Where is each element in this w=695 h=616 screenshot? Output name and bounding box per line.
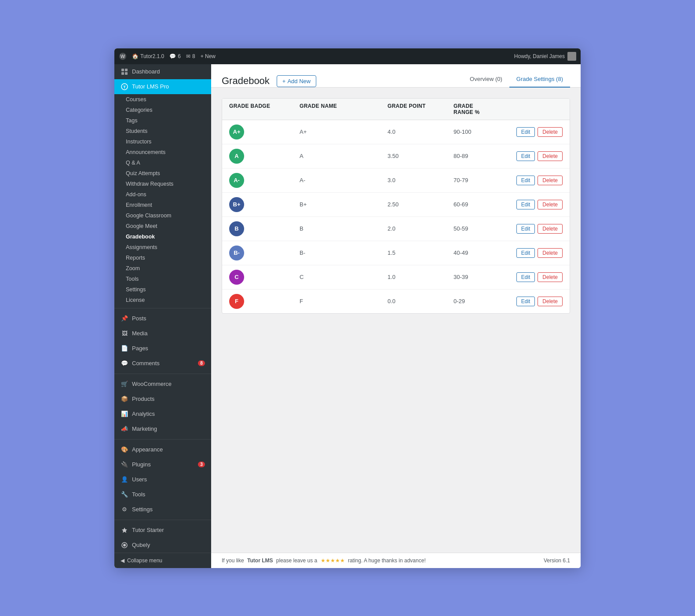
sidebar-item-media[interactable]: 🖼 Media: [114, 326, 211, 341]
sidebar-sub-license[interactable]: License: [114, 295, 211, 305]
marketing-icon: 📣: [121, 425, 128, 433]
new-content-button[interactable]: + New: [201, 53, 216, 59]
sidebar-item-tutor-lms-pro[interactable]: T Tutor LMS Pro: [114, 79, 211, 94]
edit-button-3[interactable]: Edit: [516, 200, 535, 209]
sidebar-item-products[interactable]: 📦 Products: [114, 392, 211, 407]
sidebar-item-woocommerce[interactable]: 🛒 WooCommerce: [114, 377, 211, 392]
content-tabs: Overview (0) Grade Settings (8): [463, 71, 570, 87]
sidebar-item-marketing[interactable]: 📣 Marketing: [114, 422, 211, 436]
sidebar: Dashboard T Tutor LMS Pro Courses Catego…: [114, 64, 211, 568]
cell-range-3: 60-69: [454, 201, 492, 208]
sidebar-sub-settings[interactable]: Settings: [114, 284, 211, 295]
brand-text: Tutor LMS: [247, 557, 273, 564]
delete-button-6[interactable]: Delete: [538, 272, 563, 282]
sidebar-item-plugins[interactable]: 🔌 Plugins 3: [114, 457, 211, 472]
sidebar-sub-quiz-attempts[interactable]: Quiz Attempts: [114, 168, 211, 179]
messages-link[interactable]: ✉ 8: [186, 53, 195, 59]
table-row: C C 1.0 30-39 Edit Delete: [222, 265, 570, 290]
col-header-name: Grade Name: [300, 103, 388, 115]
svg-rect-3: [125, 69, 128, 71]
sidebar-sub-students[interactable]: Students: [114, 126, 211, 136]
row-actions-5: Edit Delete: [492, 248, 563, 258]
tab-grade-settings[interactable]: Grade Settings (8): [509, 71, 570, 88]
cell-badge-2: A-: [229, 173, 300, 188]
settings-icon: ⚙: [121, 506, 128, 513]
sidebar-item-tutor-starter[interactable]: Tutor Starter: [114, 523, 211, 538]
divider-2: [114, 374, 211, 374]
cell-badge-1: A: [229, 149, 300, 164]
table-row: B B 2.0 50-59 Edit Delete: [222, 217, 570, 241]
sidebar-item-tools[interactable]: 🔧 Tools: [114, 487, 211, 502]
sidebar-sub-google-meet[interactable]: Google Meet: [114, 221, 211, 231]
sidebar-sub-zoom[interactable]: Zoom: [114, 263, 211, 274]
svg-rect-5: [125, 72, 128, 75]
sidebar-item-users[interactable]: 👤 Users: [114, 472, 211, 487]
sidebar-sub-gradebook[interactable]: Gradebook: [114, 231, 211, 242]
sidebar-item-settings[interactable]: ⚙ Settings: [114, 502, 211, 517]
table-row: A- A- 3.0 70-79 Edit Delete: [222, 169, 570, 193]
posts-icon: 📌: [121, 315, 128, 323]
sidebar-sub-google-classroom[interactable]: Google Classroom: [114, 210, 211, 221]
table-row: B- B- 1.5 40-49 Edit Delete: [222, 241, 570, 265]
sidebar-item-posts[interactable]: 📌 Posts: [114, 311, 211, 326]
delete-button-0[interactable]: Delete: [538, 127, 563, 137]
sidebar-sub-categories[interactable]: Categories: [114, 105, 211, 115]
sidebar-item-pages[interactable]: 📄 Pages: [114, 341, 211, 356]
row-actions-4: Edit Delete: [492, 224, 563, 234]
avatar: [567, 52, 576, 61]
cell-name-7: F: [300, 298, 388, 304]
table-row: F F 0.0 0-29 Edit Delete: [222, 290, 570, 313]
svg-rect-4: [121, 72, 124, 75]
delete-button-5[interactable]: Delete: [538, 248, 563, 258]
tab-overview[interactable]: Overview (0): [463, 71, 509, 88]
grade-rows-container: A+ A+ 4.0 90-100 Edit Delete A A 3.50 80…: [222, 120, 570, 313]
sidebar-sub-instructors[interactable]: Instructors: [114, 136, 211, 147]
sidebar-sub-enrollment[interactable]: Enrollment: [114, 200, 211, 210]
edit-button-0[interactable]: Edit: [516, 127, 535, 137]
edit-button-4[interactable]: Edit: [516, 224, 535, 234]
delete-button-2[interactable]: Delete: [538, 176, 563, 185]
delete-button-4[interactable]: Delete: [538, 224, 563, 234]
delete-button-7[interactable]: Delete: [538, 297, 563, 306]
cell-name-0: A+: [300, 128, 388, 135]
cell-name-3: B+: [300, 201, 388, 208]
sidebar-sub-assignments[interactable]: Assignments: [114, 242, 211, 253]
edit-button-5[interactable]: Edit: [516, 248, 535, 258]
comments-link[interactable]: 💬 6: [169, 53, 181, 59]
sidebar-item-analytics[interactable]: 📊 Analytics: [114, 407, 211, 422]
collapse-menu-button[interactable]: ◀ Collapse menu: [114, 553, 211, 568]
add-new-button[interactable]: + Add New: [277, 75, 316, 87]
sidebar-sub-qa[interactable]: Q & A: [114, 158, 211, 168]
sidebar-sub-tools[interactable]: Tools: [114, 274, 211, 284]
delete-button-3[interactable]: Delete: [538, 200, 563, 209]
table-row: A+ A+ 4.0 90-100 Edit Delete: [222, 120, 570, 144]
admin-bar-right: Howdy, Daniel James: [514, 52, 576, 61]
cell-name-1: A: [300, 153, 388, 159]
edit-button-2[interactable]: Edit: [516, 176, 535, 185]
cell-range-7: 0-29: [454, 298, 492, 304]
delete-button-1[interactable]: Delete: [538, 151, 563, 161]
sidebar-item-qubely[interactable]: Qubely: [114, 538, 211, 553]
cell-range-1: 80-89: [454, 153, 492, 159]
appearance-icon: 🎨: [121, 446, 128, 454]
site-name[interactable]: 🏠 Tutor2.1.0: [132, 53, 164, 59]
sidebar-item-comments[interactable]: 💬 Comments 8: [114, 356, 211, 371]
sidebar-sub-reports[interactable]: Reports: [114, 253, 211, 263]
svg-point-10: [123, 544, 126, 546]
sidebar-sub-addons[interactable]: Add-ons: [114, 189, 211, 200]
sidebar-sub-courses[interactable]: Courses: [114, 94, 211, 105]
users-icon: 👤: [121, 476, 128, 484]
sidebar-item-dashboard[interactable]: Dashboard: [114, 64, 211, 79]
content-header: Gradebook + Add New Overview (0) Grade S…: [211, 64, 581, 88]
edit-button-1[interactable]: Edit: [516, 151, 535, 161]
edit-button-6[interactable]: Edit: [516, 272, 535, 282]
wp-logo[interactable]: W: [119, 52, 127, 60]
sidebar-item-appearance[interactable]: 🎨 Appearance: [114, 442, 211, 457]
sidebar-sub-tags[interactable]: Tags: [114, 115, 211, 126]
sidebar-sub-announcements[interactable]: Announcements: [114, 147, 211, 158]
sidebar-sub-withdraw-requests[interactable]: Withdraw Requests: [114, 179, 211, 189]
message-icon: ✉: [186, 53, 190, 59]
grade-badge-2: A-: [229, 173, 244, 188]
edit-button-7[interactable]: Edit: [516, 297, 535, 306]
col-header-badge: Grade Badge: [229, 103, 300, 115]
